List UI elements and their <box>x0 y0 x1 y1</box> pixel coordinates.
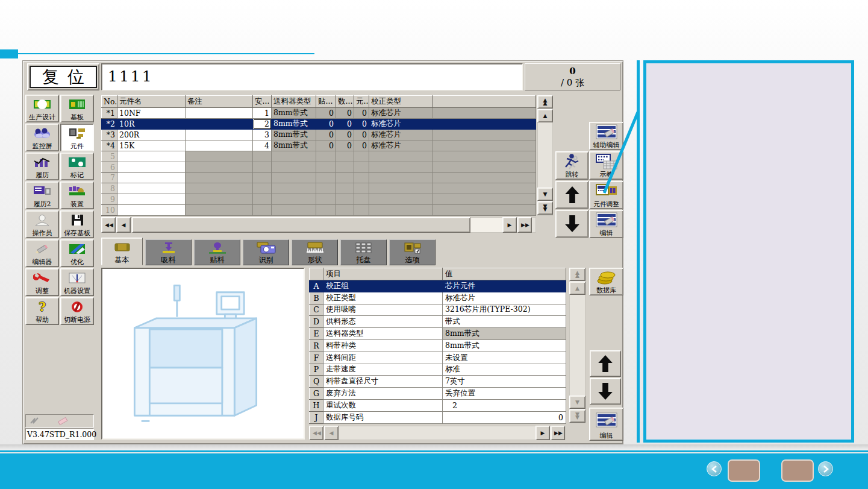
cell-feeder-type[interactable] <box>272 162 316 172</box>
cell-correction-type[interactable] <box>369 162 433 172</box>
parts-table-row[interactable]: *2 10R 2 8mm带式 0 0 0 标准芯片 <box>102 119 536 130</box>
cell-place-count[interactable] <box>316 172 336 183</box>
cell-no[interactable]: 7 <box>102 172 117 183</box>
cell-value[interactable]: 8mm带式 <box>443 339 566 352</box>
jump-button[interactable]: 跳转 <box>555 151 589 180</box>
cell-place-count[interactable] <box>316 162 336 172</box>
cell-count[interactable]: 0 <box>336 140 354 151</box>
component-adjust-button[interactable]: 元件调整 <box>589 181 623 209</box>
parts-scroll-left-button[interactable]: ◀ <box>116 217 131 233</box>
sidebar-item-board[interactable]: 基板 <box>60 95 94 122</box>
prop-down-button[interactable] <box>590 378 621 405</box>
parts-table-row[interactable]: 9 <box>102 194 536 205</box>
parts-table-row[interactable]: 6 <box>102 162 536 172</box>
cell-head[interactable]: 3 <box>253 130 272 140</box>
cell-value[interactable]: 芯片元件 <box>443 280 566 292</box>
sidebar-item-history[interactable]: 履历 <box>25 153 59 180</box>
cell-feeder-type[interactable]: 8mm带式 <box>272 119 316 130</box>
tab-tray[interactable]: 托盘 <box>340 239 387 265</box>
cell-part-count[interactable]: 0 <box>354 130 369 140</box>
tab-recognition[interactable]: 识别 <box>243 239 289 265</box>
cell-correction-type[interactable] <box>369 172 433 183</box>
cell-item[interactable]: 校正组 <box>323 280 443 292</box>
cell-correction-type[interactable] <box>369 183 433 194</box>
cell-count[interactable] <box>336 162 354 172</box>
prop-scroll-first-button[interactable]: ◀◀ <box>309 426 323 440</box>
cell-part-name[interactable]: 15K <box>117 140 186 151</box>
sidebar-item-device[interactable]: 装置 <box>60 181 94 209</box>
sidebar-item-mark[interactable]: 标记 <box>60 153 94 180</box>
cell-note[interactable] <box>186 130 253 140</box>
property-row[interactable]: J 数据库号码 0 <box>310 411 566 423</box>
cell-value[interactable]: 0 <box>443 411 566 423</box>
prop-scroll-top-button[interactable]: ▲▲ <box>569 268 585 281</box>
sidebar-item-machine-setup[interactable]: 机器设置 <box>60 268 94 296</box>
prop-scroll-right-button[interactable]: ▶ <box>535 426 550 440</box>
cell-place-count[interactable] <box>316 183 336 194</box>
cell-part-count[interactable]: 0 <box>354 119 369 130</box>
cell-note[interactable] <box>186 172 253 183</box>
cell-key[interactable]: D <box>310 316 323 328</box>
cell-count[interactable] <box>336 183 354 194</box>
cell-no[interactable]: 5 <box>102 151 117 162</box>
prop-scroll-up-button[interactable]: ▲ <box>569 282 585 295</box>
tab-pick[interactable]: 吸料 <box>145 239 192 265</box>
cell-head[interactable] <box>253 172 272 183</box>
cell-no[interactable]: 8 <box>102 183 117 194</box>
sidebar-item-optimize[interactable]: 优化 <box>60 239 94 267</box>
cell-value[interactable]: 3216芯片用(TYPE-302) <box>443 304 566 316</box>
prop-scroll-last-button[interactable]: ▶▶ <box>551 426 565 440</box>
cell-part-count[interactable] <box>354 151 369 162</box>
property-row[interactable]: G 废弃方法 丢弃位置 <box>310 388 566 400</box>
cell-count[interactable]: 0 <box>336 130 354 140</box>
cell-key[interactable]: A <box>310 280 323 292</box>
aux-edit-button[interactable]: 辅助编辑 <box>589 122 623 150</box>
cell-part-count[interactable] <box>354 204 369 215</box>
cell-part-name[interactable] <box>117 204 186 215</box>
cell-correction-type[interactable] <box>369 151 433 162</box>
cell-part-name[interactable] <box>117 183 186 194</box>
property-row[interactable]: R 料带种类 8mm带式 <box>310 339 566 352</box>
cell-key[interactable]: R <box>310 339 323 352</box>
property-row[interactable]: B 校正类型 标准芯片 <box>310 292 566 304</box>
cell-part-count[interactable] <box>354 194 369 205</box>
cell-note[interactable] <box>186 119 253 130</box>
cell-no[interactable]: *3 <box>102 130 117 140</box>
cell-key[interactable]: G <box>310 388 323 400</box>
cell-value[interactable]: 未设置 <box>443 352 566 364</box>
cell-note[interactable] <box>186 108 253 119</box>
tab-shape[interactable]: 形状 <box>292 239 338 265</box>
prop-scroll-bottom-button[interactable]: ▼▼ <box>569 409 585 423</box>
cell-place-count[interactable]: 0 <box>316 119 336 130</box>
cell-head[interactable] <box>253 194 272 205</box>
cell-feeder-type[interactable] <box>272 151 316 162</box>
tab-basic[interactable]: 基本 <box>101 238 143 265</box>
cell-part-count[interactable] <box>354 172 369 183</box>
property-row[interactable]: Q 料带盘直径尺寸 7英寸 <box>310 376 566 388</box>
parts-table-row[interactable]: *3 200R 3 8mm带式 0 0 0 标准芯片 <box>102 130 536 140</box>
cell-part-name[interactable] <box>117 151 186 162</box>
cell-no[interactable]: *2 <box>102 119 117 130</box>
cell-value[interactable]: 带式 <box>443 316 566 328</box>
cell-count[interactable] <box>336 172 354 183</box>
cell-count[interactable]: 0 <box>336 119 354 130</box>
cell-correction-type[interactable] <box>369 194 433 205</box>
cell-correction-type[interactable]: 标准芯片 <box>369 140 433 151</box>
sidebar-item-component[interactable]: 元件 <box>60 124 94 151</box>
sidebar-item-operator[interactable]: 操作员 <box>25 210 59 238</box>
teach-button[interactable]: 示教 <box>589 151 623 180</box>
parts-table-row[interactable]: *1 10NF 1 8mm带式 0 0 0 标准芯片 <box>102 108 536 119</box>
cell-head[interactable]: 4 <box>253 140 272 151</box>
cell-key[interactable]: P <box>310 364 323 376</box>
cell-part-name[interactable] <box>117 194 186 205</box>
cell-feeder-type[interactable] <box>272 183 316 194</box>
property-row[interactable]: H 重试次数 2 <box>310 399 566 411</box>
cell-item[interactable]: 校正类型 <box>323 292 443 304</box>
cell-part-count[interactable]: 0 <box>354 140 369 151</box>
cell-correction-type[interactable] <box>369 204 433 215</box>
parts-table-row[interactable]: 5 <box>102 151 536 162</box>
cell-place-count[interactable] <box>316 151 336 162</box>
cell-note[interactable] <box>186 194 253 205</box>
parts-hscroll-thumb[interactable] <box>132 217 470 233</box>
tab-options[interactable]: 选项 <box>389 239 436 265</box>
